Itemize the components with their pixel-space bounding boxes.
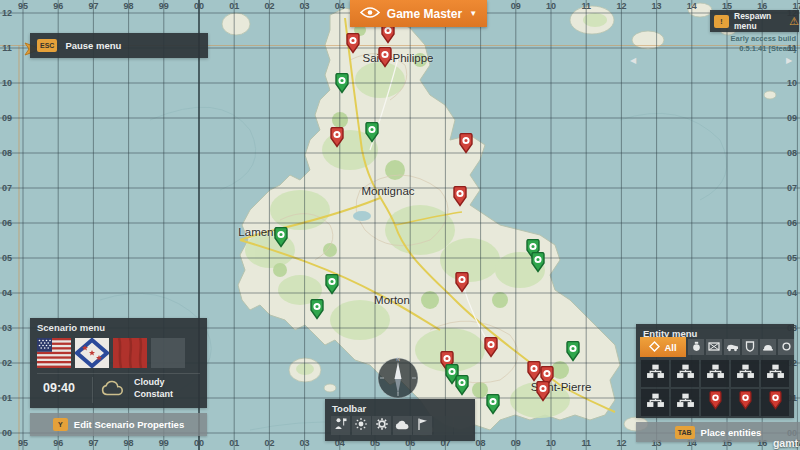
grenade-icon <box>691 338 702 356</box>
grid-label: 09 <box>787 113 797 123</box>
grid-label: 95 <box>18 438 28 448</box>
toolbar-button-weather[interactable] <box>393 416 412 435</box>
game-master-banner[interactable]: Game Master ▼ <box>350 0 487 27</box>
build-info-line1: Early access build <box>731 34 796 44</box>
respawn-menu-bar[interactable]: ! Respawn menu ⚠ <box>710 10 799 32</box>
entity-tab-grenade[interactable] <box>688 339 704 355</box>
edit-scenario-properties-button[interactable]: Y Edit Scenario Properties <box>30 413 207 436</box>
map-marker-red[interactable] <box>377 47 393 68</box>
toolbar-empty-slot <box>454 416 473 435</box>
grid-label: 99 <box>159 438 169 448</box>
group-icon <box>676 363 695 384</box>
map-marker-green[interactable] <box>565 341 581 362</box>
grid-label: 00 <box>194 438 204 448</box>
grid-label: 12 <box>2 8 12 18</box>
tab-key-badge: TAB <box>675 426 695 439</box>
red-flag[interactable] <box>113 338 147 368</box>
toolbar-empty-slot <box>434 416 453 435</box>
entity-cell-red-shield[interactable] <box>701 389 729 416</box>
map-marker-green[interactable] <box>273 227 289 248</box>
toolbar-button-gear[interactable] <box>372 416 391 435</box>
game-master-screen: 9596979899000102030405060708091011121314… <box>0 0 800 450</box>
divider <box>92 377 93 403</box>
grid-label: 02 <box>264 438 274 448</box>
grid-label: 99 <box>159 1 169 11</box>
grid-label: 08 <box>476 438 486 448</box>
map-marker-red[interactable] <box>458 133 474 154</box>
build-info-line2: 0.5.1.41 [Steam] <box>731 44 796 54</box>
map-marker-red[interactable] <box>452 186 468 207</box>
grid-label: 97 <box>88 438 98 448</box>
grid-label: 14 <box>687 1 697 11</box>
map-marker-green[interactable] <box>324 274 340 295</box>
y-key-badge: Y <box>53 418 68 431</box>
grid-label: 01 <box>2 393 12 403</box>
entity-cell-group[interactable] <box>641 389 669 416</box>
tab-all[interactable]: All <box>640 337 686 357</box>
entity-cell-red-shield[interactable] <box>731 389 759 416</box>
entity-cell-group[interactable] <box>671 360 699 387</box>
grid-label: 08 <box>2 148 12 158</box>
grid-label: 09 <box>511 438 521 448</box>
daytime-icon <box>354 417 368 435</box>
entity-cell-red-shield[interactable] <box>761 389 789 416</box>
toolbar-button-players[interactable] <box>331 416 350 435</box>
respawn-key-badge: ! <box>714 15 729 28</box>
entity-cell-group[interactable] <box>671 389 699 416</box>
toolbar-button-flag[interactable] <box>413 416 432 435</box>
shield-icon <box>745 338 755 356</box>
map-marker-green[interactable] <box>309 299 325 320</box>
map-marker-red[interactable] <box>454 272 470 293</box>
chevron-down-icon: ▼ <box>469 9 477 18</box>
town-label-morton: Morton <box>374 294 410 306</box>
empty-slot[interactable] <box>151 338 185 368</box>
entity-category-tabs: All <box>640 337 794 357</box>
vehicle-icon <box>726 338 739 356</box>
map-marker-green[interactable] <box>485 394 501 415</box>
entity-nav-right[interactable]: ▶ <box>786 56 792 65</box>
entity-grid <box>641 360 789 416</box>
map-marker-red[interactable] <box>483 337 499 358</box>
grid-label: 03 <box>2 323 12 333</box>
grid-label: 04 <box>787 288 797 298</box>
entity-nav-left[interactable]: ◀ <box>630 56 636 65</box>
grid-label: 95 <box>18 1 28 11</box>
flag-icon <box>416 417 429 435</box>
entity-tab-vehicle[interactable] <box>724 339 740 355</box>
grid-label: 11 <box>581 438 591 448</box>
entity-tab-circle[interactable] <box>778 339 794 355</box>
entity-cell-group[interactable] <box>761 360 789 387</box>
pause-menu-bar[interactable]: ESC Pause menu <box>30 33 208 58</box>
respawn-menu-label: Respawn menu <box>734 11 784 31</box>
map-marker-green[interactable] <box>364 122 380 143</box>
entity-cell-group[interactable] <box>641 360 669 387</box>
map-marker-green[interactable] <box>334 73 350 94</box>
map-marker-red[interactable] <box>345 33 361 54</box>
entity-cell-group[interactable] <box>701 360 729 387</box>
grid-label: 01 <box>229 1 239 11</box>
town-label-montignac: Montignac <box>361 185 414 197</box>
players-icon <box>334 417 348 435</box>
circle-icon <box>781 338 792 356</box>
grid-label: 00 <box>2 428 12 438</box>
us-flag[interactable] <box>37 338 71 368</box>
entity-tab-helmet[interactable] <box>760 339 776 355</box>
toolbar-button-daytime[interactable] <box>352 416 371 435</box>
toolbar-panel: Toolbar <box>325 399 475 441</box>
map-marker-red[interactable] <box>329 127 345 148</box>
entity-tab-shield[interactable] <box>742 339 758 355</box>
fia-flag[interactable] <box>75 338 109 368</box>
grid-label: 96 <box>53 438 63 448</box>
grid-label: 97 <box>88 1 98 11</box>
entity-tab-crate[interactable] <box>706 339 722 355</box>
grid-label: 07 <box>787 183 797 193</box>
entity-cell-group[interactable] <box>731 360 759 387</box>
group-icon <box>676 392 695 413</box>
town-label-saint-philippe: Saint-Philippe <box>363 52 434 64</box>
map-marker-red[interactable] <box>535 381 551 402</box>
map-marker-green[interactable] <box>454 375 470 396</box>
grid-label: 03 <box>300 438 310 448</box>
map-marker-green[interactable] <box>530 252 546 273</box>
edit-scenario-label: Edit Scenario Properties <box>74 419 184 430</box>
group-icon <box>646 363 665 384</box>
